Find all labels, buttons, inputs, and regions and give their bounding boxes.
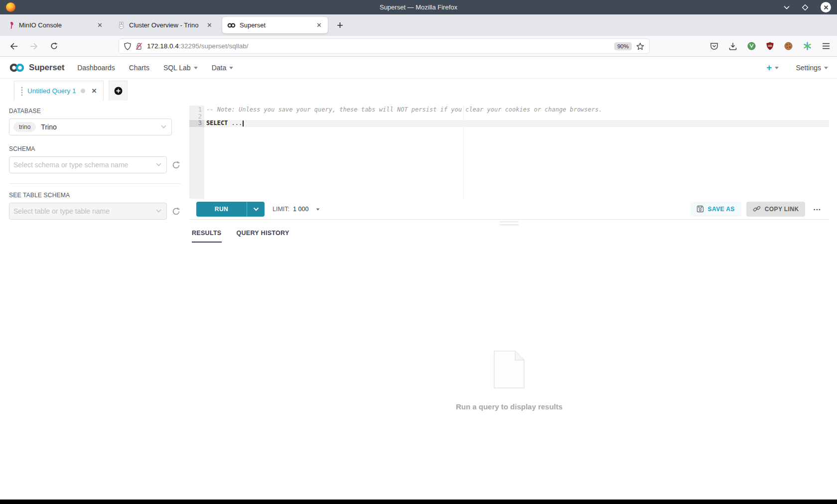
database-engine-tag: trino	[13, 122, 36, 132]
link-icon	[753, 205, 761, 213]
chevron-down-icon	[824, 67, 828, 69]
sql-comment-line: -- Note: Unless you save your query, the…	[206, 106, 602, 113]
pocket-icon[interactable]	[710, 42, 718, 50]
download-icon[interactable]	[729, 42, 737, 50]
window-close-icon[interactable]	[821, 2, 831, 12]
document-icon	[494, 351, 525, 388]
reload-icon[interactable]	[47, 42, 61, 50]
settings-menu[interactable]: Settings	[796, 64, 828, 72]
query-tab-title: Untitled Query 1	[27, 87, 76, 95]
browser-tab-title: Superset	[240, 21, 310, 29]
browser-tab-title: MinIO Console	[19, 21, 91, 29]
splitter-handle-icon[interactable]	[500, 222, 519, 225]
screen-bottom-edge	[0, 500, 837, 504]
plus-icon: +	[766, 62, 772, 73]
superset-navbar: Superset Dashboards Charts SQL Lab Data …	[0, 57, 837, 79]
new-item-button[interactable]: +	[766, 62, 779, 73]
new-tab-button[interactable]: +	[332, 19, 348, 32]
ublock-shield-icon[interactable]: UO	[766, 42, 774, 50]
empty-results-message: Run a query to display results	[456, 402, 562, 411]
nav-sql-lab[interactable]: SQL Lab	[163, 64, 198, 72]
browser-tab-minio[interactable]: MinIO Console ✕	[3, 17, 109, 33]
sql-keyword: SELECT	[206, 120, 228, 126]
browser-toolbar: 172.18.0.4:32295/superset/sqllab/ 90% UO	[0, 36, 837, 57]
window-maximize-icon[interactable]	[802, 4, 809, 11]
browser-tab-superset[interactable]: Superset ✕	[222, 17, 328, 33]
extension-green-icon[interactable]	[747, 42, 756, 50]
insecure-lock-icon[interactable]	[136, 42, 142, 50]
refresh-schemas-icon[interactable]	[172, 161, 180, 169]
chevron-down-icon	[161, 125, 166, 128]
more-options-button[interactable]: ...	[810, 203, 824, 215]
editor-code-area[interactable]: -- Note: Unless you save your query, the…	[204, 106, 829, 199]
browser-tab-title: Cluster Overview - Trino	[129, 21, 201, 29]
menu-icon[interactable]	[822, 43, 830, 49]
limit-dropdown[interactable]: LIMIT: 1 000	[273, 206, 320, 213]
sql-code-rest: ...	[228, 120, 242, 126]
editor-gutter: 1 2 3	[189, 106, 204, 199]
run-button[interactable]: RUN	[196, 202, 265, 217]
sql-editor-pane: 1 2 3 -- Note: Unless you save your quer…	[189, 106, 829, 243]
sql-lab-main: DATABASE trino Trino SCHEMA Select schem…	[0, 101, 837, 500]
container-asterisk-icon[interactable]	[803, 42, 812, 50]
table-schema-label: SEE TABLE SCHEMA	[9, 192, 180, 199]
run-button-label[interactable]: RUN	[196, 202, 247, 217]
sql-code-editor[interactable]: 1 2 3 -- Note: Unless you save your quer…	[189, 106, 829, 199]
superset-icon	[227, 22, 236, 28]
superset-logo-icon[interactable]	[9, 63, 25, 73]
line-number: 1	[189, 107, 204, 114]
forward-icon[interactable]	[27, 43, 41, 50]
copy-link-label: COPY LINK	[765, 206, 799, 213]
run-options-button[interactable]	[247, 202, 265, 217]
tab-query-history[interactable]: QUERY HISTORY	[237, 230, 289, 243]
sql-blank-line	[204, 114, 829, 121]
save-as-label: SAVE AS	[708, 206, 735, 213]
results-tab-bar: RESULTS QUERY HISTORY	[189, 230, 829, 243]
tab-close-icon[interactable]: ✕	[314, 21, 324, 29]
editor-toolbar: RUN LIMIT: 1 000 SAVE AS	[189, 199, 829, 220]
pane-splitter[interactable]	[189, 220, 829, 227]
nav-charts[interactable]: Charts	[129, 64, 149, 72]
add-tab-icon	[114, 87, 123, 95]
browser-tabstrip: MinIO Console ✕ Cluster Overview - Trino…	[0, 14, 837, 36]
results-empty-state: Run a query to display results	[189, 351, 829, 411]
copy-link-button[interactable]: COPY LINK	[746, 202, 806, 217]
sidebar-divider	[9, 183, 180, 184]
window-minimize-icon[interactable]	[784, 5, 790, 9]
zoom-level-badge[interactable]: 90%	[614, 42, 632, 50]
query-tab-bar: Untitled Query 1 ✕	[0, 79, 837, 101]
nav-data[interactable]: Data	[212, 64, 234, 72]
schema-select[interactable]: Select schema or type schema name	[9, 156, 167, 173]
sql-active-line: SELECT ...	[204, 120, 829, 127]
window-titlebar: Superset — Mozilla Firefox	[0, 0, 837, 14]
table-placeholder: Select table or type table name	[13, 207, 110, 215]
url-path: :32295/superset/sqllab/	[179, 42, 249, 50]
tab-close-icon[interactable]: ✕	[95, 21, 105, 29]
drag-handle-icon[interactable]	[21, 87, 23, 96]
database-select[interactable]: trino Trino	[9, 119, 172, 135]
query-tab-active[interactable]: Untitled Query 1 ✕	[14, 81, 104, 101]
chevron-down-icon	[316, 208, 320, 210]
back-icon[interactable]	[7, 43, 21, 50]
line-number-active: 3	[189, 120, 204, 127]
table-select[interactable]: Select table or type table name	[9, 203, 167, 220]
browser-tab-trino[interactable]: Cluster Overview - Trino ✕	[113, 17, 218, 33]
limit-value: 1 000	[293, 206, 308, 213]
nav-dashboards[interactable]: Dashboards	[77, 64, 115, 72]
query-tab-close-icon[interactable]: ✕	[92, 87, 97, 95]
save-icon	[697, 205, 704, 213]
shield-icon[interactable]	[124, 42, 131, 50]
save-as-button[interactable]: SAVE AS	[690, 202, 741, 217]
refresh-tables-icon[interactable]	[172, 207, 180, 216]
chevron-down-icon	[775, 67, 779, 69]
database-label: DATABASE	[9, 108, 180, 115]
add-query-tab-button[interactable]	[109, 81, 128, 101]
tab-close-icon[interactable]: ✕	[205, 21, 214, 29]
url-text: 172.18.0.4:32295/superset/sqllab/	[147, 42, 248, 50]
cookie-icon[interactable]	[784, 42, 793, 50]
brand-name[interactable]: Superset	[29, 63, 64, 73]
tab-results[interactable]: RESULTS	[192, 230, 222, 243]
bookmark-star-icon[interactable]	[636, 42, 644, 50]
trino-icon	[118, 21, 125, 29]
url-bar[interactable]: 172.18.0.4:32295/superset/sqllab/ 90%	[119, 38, 650, 54]
